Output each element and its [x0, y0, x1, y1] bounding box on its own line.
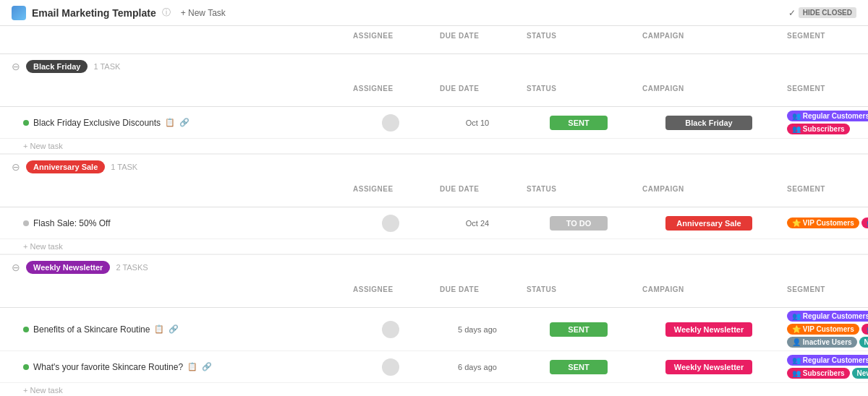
sub-col-segment: SEGMENT — [781, 182, 868, 204]
new-task-row[interactable]: + New task — [0, 139, 868, 153]
group-label-row: ⊖ Black Friday 1 TASK — [0, 54, 868, 79]
campaign-badge: Anniversary Sale — [665, 216, 752, 231]
segment-tag: New Customers — [852, 368, 868, 379]
segment-tag: 👥 Subscribers — [861, 218, 868, 228]
group-col-headers-weekly-newsletter: ASSIGNEE DUE DATE STATUS CAMPAIGN SEGMEN… — [0, 280, 868, 308]
task-row: Black Friday Exclusive Discounts 📋 🔗 Oct… — [0, 107, 868, 139]
campaign-cell[interactable]: Weekly Newsletter — [637, 319, 781, 340]
status-badge: SENT — [550, 116, 608, 130]
assignee-cell — [347, 212, 434, 235]
attachment-icon[interactable]: 📋 — [165, 118, 175, 127]
sub-col-status: STATUS — [521, 182, 637, 204]
group-badge-black-friday: Black Friday — [26, 60, 88, 73]
task-name[interactable]: Benefits of a Skincare Routine — [33, 324, 150, 335]
avatar — [382, 215, 399, 232]
task-name[interactable]: What's your favorite Skincare Routine? — [33, 362, 183, 372]
status-cell[interactable]: SENT — [521, 357, 637, 377]
sub-col-task — [0, 182, 347, 204]
new-task-row[interactable]: + New task — [0, 239, 868, 254]
sub-col-assignee: ASSIGNEE — [347, 283, 434, 304]
task-name[interactable]: Flash Sale: 50% Off — [33, 218, 111, 228]
due-date: Oct 10 — [466, 119, 489, 127]
col-segment: SEGMENT — [781, 29, 868, 51]
sub-col-due-date: DUE DATE — [434, 283, 521, 304]
group-toggle-black-friday[interactable]: ⊖ — [12, 61, 20, 72]
sub-col-status: STATUS — [521, 283, 637, 304]
segment-tag: 👥 Subscribers — [787, 124, 850, 134]
task-color-dot — [23, 327, 29, 332]
due-date-cell: Oct 10 — [434, 116, 521, 130]
campaign-badge: Weekly Newsletter — [665, 322, 752, 337]
sub-col-segment: SEGMENT — [781, 82, 868, 103]
avatar — [382, 114, 399, 132]
group-toggle-anniversary-sale[interactable]: ⊖ — [12, 161, 20, 173]
avatar — [382, 358, 399, 376]
segment-tag: ⭐ VIP Customers — [787, 218, 859, 228]
segment-cell: 👥 Regular Customers⭐ VIP Customers👥 Subs… — [781, 352, 868, 382]
segment-cell: 👥 Regular Customers👥 Past Customers⭐ VIP… — [781, 308, 868, 350]
group-label-row: ⊖ Anniversary Sale 1 TASK — [0, 155, 868, 179]
due-date-cell: Oct 24 — [434, 216, 521, 231]
group-col-headers-anniversary-sale: ASSIGNEE DUE DATE STATUS CAMPAIGN SEGMEN… — [0, 179, 868, 207]
new-task-button[interactable]: + New Task — [176, 7, 230, 20]
sub-col-assignee: ASSIGNEE — [347, 182, 434, 204]
status-cell[interactable]: TO DO — [521, 213, 637, 233]
segment-tag: 👥 Subscribers — [787, 368, 850, 379]
task-name-cell: Benefits of a Skincare Routine 📋 🔗 — [0, 322, 347, 337]
link-icon[interactable]: 🔗 — [179, 118, 190, 127]
segment-tag: 👥 Regular Customers — [787, 111, 868, 121]
status-badge: SENT — [550, 360, 608, 374]
attachment-icon[interactable]: 📋 — [187, 362, 197, 371]
due-date: Oct 24 — [466, 219, 489, 228]
task-color-dot — [23, 120, 29, 126]
info-icon[interactable]: ⓘ — [162, 7, 171, 19]
status-cell[interactable]: SENT — [521, 319, 637, 340]
sub-col-segment: SEGMENT — [781, 283, 868, 304]
group-badge-weekly-newsletter: Weekly Newsletter — [26, 261, 110, 274]
campaign-cell[interactable]: Anniversary Sale — [637, 213, 781, 233]
col-due-date: DUE DATE — [434, 29, 521, 51]
page-title: Email Marketing Template — [32, 7, 156, 19]
task-color-dot — [23, 364, 29, 370]
app-icon — [12, 6, 26, 20]
status-cell[interactable]: SENT — [521, 113, 637, 133]
segment-tag: ⭐ VIP Customers — [787, 324, 859, 335]
top-bar: Email Marketing Template ⓘ + New Task ✓ … — [0, 0, 868, 26]
group-section-weekly-newsletter: ⊖ Weekly Newsletter 2 TASKS ASSIGNEE DUE… — [0, 255, 868, 396]
segment-tag: 👥 Regular Customers — [787, 355, 868, 366]
campaign-badge: Black Friday — [665, 116, 752, 130]
group-col-headers-black-friday: ASSIGNEE DUE DATE STATUS CAMPAIGN SEGMEN… — [0, 79, 868, 107]
status-badge: SENT — [550, 322, 608, 337]
group-toggle-weekly-newsletter[interactable]: ⊖ — [12, 262, 20, 273]
task-name-cell: Flash Sale: 50% Off — [0, 215, 347, 231]
assignee-cell — [347, 318, 434, 341]
segment-cell: 👥 Regular Customers⭐ VIP Customers👥 Subs… — [781, 108, 868, 137]
sub-col-campaign: CAMPAIGN — [637, 283, 781, 304]
segment-tag: 👤 Inactive Users — [787, 337, 857, 348]
new-task-row[interactable]: + New task — [0, 383, 868, 396]
task-name[interactable]: Black Friday Exclusive Discounts — [33, 118, 161, 128]
main-table: ASSIGNEE DUE DATE STATUS CAMPAIGN SEGMEN… — [0, 26, 868, 396]
assignee-cell — [347, 111, 434, 134]
attachment-icon[interactable]: 📋 — [154, 324, 164, 334]
task-name-cell: What's your favorite Skincare Routine? 📋… — [0, 359, 347, 375]
group-badge-anniversary-sale: Anniversary Sale — [26, 160, 105, 173]
col-assignee: ASSIGNEE — [347, 29, 434, 51]
segment-tag: 👥 Regular Customers — [787, 311, 868, 322]
group-label-row: ⊖ Weekly Newsletter 2 TASKS — [0, 255, 868, 280]
task-color-dot — [23, 220, 29, 226]
task-count-black-friday: 1 TASK — [93, 62, 120, 71]
group-section-anniversary-sale: ⊖ Anniversary Sale 1 TASK ASSIGNEE DUE D… — [0, 155, 868, 255]
link-icon[interactable]: 🔗 — [202, 362, 212, 371]
link-icon[interactable]: 🔗 — [169, 324, 179, 334]
campaign-cell[interactable]: Weekly Newsletter — [637, 357, 781, 377]
col-campaign: CAMPAIGN — [637, 29, 781, 51]
hide-closed-button[interactable]: ✓ HIDE CLOSED — [788, 7, 856, 18]
sub-col-campaign: CAMPAIGN — [637, 82, 781, 103]
due-date: 5 days ago — [458, 325, 497, 334]
task-count-anniversary-sale: 1 TASK — [111, 163, 137, 171]
due-date-cell: 5 days ago — [434, 322, 521, 337]
campaign-cell[interactable]: Black Friday — [637, 113, 781, 133]
col-status: STATUS — [521, 29, 637, 51]
segment-tag: 👥 Subscribers — [861, 324, 868, 335]
